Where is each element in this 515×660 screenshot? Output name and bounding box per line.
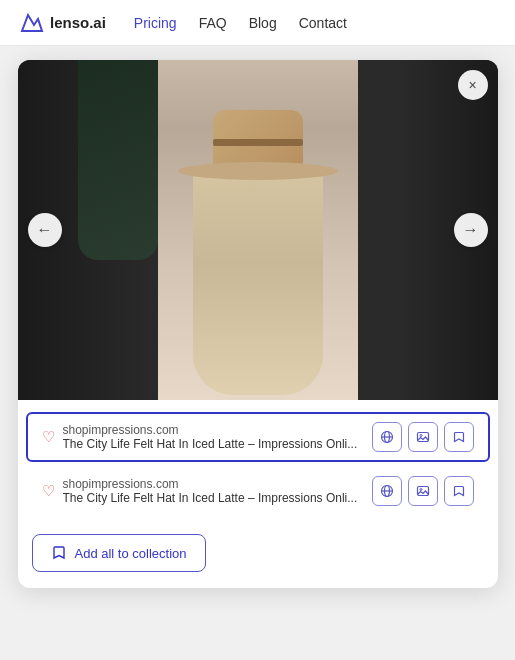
svg-marker-0 [22, 15, 42, 31]
result-title-1: The City Life Felt Hat In Iced Latte – I… [63, 437, 364, 451]
photo-center [158, 60, 358, 400]
nav-links: Pricing FAQ Blog Contact [134, 15, 347, 31]
nav-link-pricing[interactable]: Pricing [134, 15, 177, 31]
nav-link-blog[interactable]: Blog [249, 15, 277, 31]
heart-icon-1: ♡ [42, 428, 55, 446]
results-list: ♡ shopimpressions.com The City Life Felt… [18, 400, 498, 524]
result-domain-2: shopimpressions.com [63, 477, 364, 491]
image-icon-2 [416, 484, 430, 498]
result-text-1: shopimpressions.com The City Life Felt H… [63, 423, 364, 451]
add-collection-button[interactable]: Add all to collection [32, 534, 206, 572]
result-domain-1: shopimpressions.com [63, 423, 364, 437]
result-item-1[interactable]: ♡ shopimpressions.com The City Life Felt… [26, 412, 490, 462]
result-item-2[interactable]: ♡ shopimpressions.com The City Life Felt… [26, 466, 490, 516]
logo-text: lenso.ai [50, 14, 106, 31]
result-actions-2 [372, 476, 474, 506]
globe-button-2[interactable] [372, 476, 402, 506]
prev-arrow-button[interactable]: ← [28, 213, 62, 247]
navbar: lenso.ai Pricing FAQ Blog Contact [0, 0, 515, 46]
globe-icon-1 [380, 430, 394, 444]
next-arrow-button[interactable]: → [454, 213, 488, 247]
globe-button-1[interactable] [372, 422, 402, 452]
heart-icon-2: ♡ [42, 482, 55, 500]
result-text-2: shopimpressions.com The City Life Felt H… [63, 477, 364, 505]
modal-card: × ← → ♡ shopimpressions.com The City Lif… [18, 60, 498, 588]
svg-point-10 [420, 489, 422, 491]
logo-icon [20, 11, 44, 35]
add-collection-label: Add all to collection [75, 546, 187, 561]
nav-link-contact[interactable]: Contact [299, 15, 347, 31]
result-actions-1 [372, 422, 474, 452]
bookmark-icon-2 [452, 484, 466, 498]
tree-decoration [78, 60, 158, 260]
collection-icon [51, 545, 67, 561]
hair-shape [193, 175, 323, 395]
photo-background [18, 60, 498, 400]
bookmark-button-2[interactable] [444, 476, 474, 506]
add-collection-area: Add all to collection [18, 524, 498, 588]
bookmark-button-1[interactable] [444, 422, 474, 452]
image-area: × ← → [18, 60, 498, 400]
hat-band [213, 139, 303, 146]
result-title-2: The City Life Felt Hat In Iced Latte – I… [63, 491, 364, 505]
hat-brim [178, 162, 338, 180]
image-button-2[interactable] [408, 476, 438, 506]
nav-link-faq[interactable]: FAQ [199, 15, 227, 31]
logo[interactable]: lenso.ai [20, 11, 106, 35]
globe-icon-2 [380, 484, 394, 498]
bookmark-icon-1 [452, 430, 466, 444]
image-icon-1 [416, 430, 430, 444]
image-button-1[interactable] [408, 422, 438, 452]
svg-point-5 [420, 435, 422, 437]
hat-shape [178, 110, 338, 180]
close-button[interactable]: × [458, 70, 488, 100]
